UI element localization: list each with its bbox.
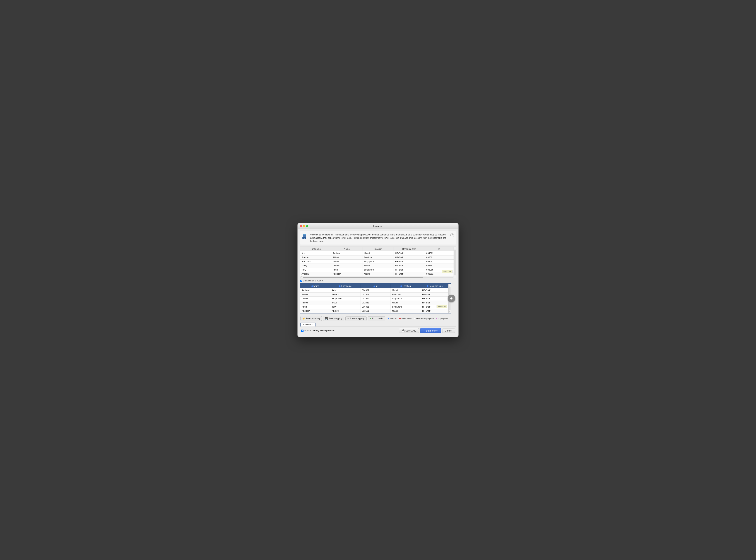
data-contains-header-label[interactable]: Data contains header [300, 279, 323, 282]
lower-table-cell: 004322 [361, 288, 390, 293]
save-mapping-icon: 💾 [325, 317, 328, 320]
scroll-down-arrow[interactable]: ▼ [454, 276, 456, 278]
upper-table-cell: 002661 [425, 256, 456, 260]
update-existing-checkbox[interactable] [301, 329, 304, 332]
update-existing-label[interactable]: Update already existing objects: [301, 329, 335, 332]
lower-col-location: Location [390, 284, 421, 288]
reset-mapping-button[interactable]: ↺ Reset mapping [345, 316, 367, 321]
lower-table-cell: Stefano [330, 293, 361, 297]
legend-fixed-icon [399, 318, 401, 319]
tab-row: MintReport [300, 322, 456, 326]
upper-table-cell: Andrew [300, 272, 331, 276]
lower-table-row: Abbott:Trudy002663MiamiHR-Staff [300, 301, 451, 305]
upper-table-row: AndrewAbdullahMiamiHR-Staff003581 [300, 272, 456, 276]
lower-table-cell: Miami [390, 301, 421, 305]
toolbar: 📂 Load mapping 💾 Save mapping ↺ Reset ma… [300, 315, 456, 322]
help-button[interactable]: ? [450, 234, 454, 237]
upper-table-cell: 002663 [425, 264, 456, 268]
data-contains-header-checkbox[interactable] [300, 280, 302, 282]
lower-table-cell: 003581 [361, 309, 390, 313]
tab-mintreport[interactable]: MintReport [301, 323, 316, 326]
lower-scroll-down[interactable]: ▼ [449, 311, 451, 313]
legend-id-icon [436, 318, 437, 319]
upper-table-cell: 004322 [425, 252, 456, 256]
upper-table-row: TrudyAbbott:MiamiHR-Staff002663 [300, 264, 456, 268]
upper-table-cell: Aasland [331, 252, 363, 256]
upper-hscroll[interactable]: ❮ ❯ [300, 276, 456, 278]
legend-ref-icon [414, 318, 415, 319]
bottom-bar-right: 💾 Save XML ⬆ Start Import Cancel [399, 328, 455, 333]
scroll-track[interactable] [454, 249, 456, 276]
lower-scroll-up[interactable]: ▲ [449, 284, 451, 286]
cancel-button[interactable]: Cancel [442, 328, 455, 333]
legend-references: References property [414, 317, 434, 320]
save-xml-button[interactable]: 💾 Save XML [399, 328, 419, 333]
importer-window: Importer ▲ Welcome to the Importer. The … [297, 223, 459, 337]
upper-table-cell: Abdullah [331, 272, 363, 276]
start-import-button[interactable]: ⬆ Start Import [420, 328, 441, 333]
lower-table-row: AbdulTony006085SingaporeHR-Staff [300, 305, 451, 309]
svg-rect-1 [303, 234, 306, 235]
scroll-up-arrow[interactable]: ▲ [454, 247, 456, 249]
col-mapped-icon-resource [427, 285, 428, 287]
col-mapped-icon-id [373, 285, 375, 287]
add-column-button[interactable]: + [448, 295, 455, 302]
upper-table-cell: Trudy [300, 264, 331, 268]
lower-table-cell: Miami [390, 309, 421, 313]
load-mapping-button[interactable]: 📂 Load mapping [301, 316, 322, 321]
upper-table-body: Arts:AaslandMiamiHR-Staff004322StefanoAb… [300, 252, 456, 276]
lower-table-cell: Abbott: [300, 293, 330, 297]
lower-table-cell: Abdullah [300, 309, 330, 313]
lower-col-resource-type: Resource type [421, 284, 451, 288]
upper-table-cell: Abbott: [331, 260, 363, 264]
load-mapping-icon: 📂 [303, 317, 306, 320]
upper-table-row: StephanieAbbott:SingaporeHR-Staff002662 [300, 260, 456, 264]
upper-col-name: Name [331, 247, 363, 252]
upper-table-cell: Tony [300, 268, 331, 272]
reset-mapping-icon: ↺ [347, 317, 349, 320]
upper-table-row: StefanoAbbott:Frankfurt:HR-Staff002661 [300, 256, 456, 260]
info-bar: ▲ Welcome to the Importer. The upper tab… [300, 231, 456, 245]
lower-table-cell: 002663 [361, 301, 390, 305]
legend-mapped-icon [388, 318, 389, 319]
upper-table-row: Arts:AaslandMiamiHR-Staff004322 [300, 252, 456, 256]
save-xml-label: Save XML [405, 329, 416, 332]
maximize-button[interactable] [306, 225, 308, 227]
header-checkbox-row: Data contains header [300, 279, 456, 282]
upper-table-cell: Abbott: [331, 264, 363, 268]
save-xml-icon: 💾 [402, 329, 405, 332]
upper-table-vscroll[interactable]: ▲ ▼ [453, 247, 456, 278]
lower-table-row: Abbott:Stephanie002662SingaporeHR-Staff [300, 297, 451, 301]
upper-table-container: ▲ ▼ First name Name Location Resource ty… [300, 246, 456, 278]
lower-table-outer: ▲ ▼ Name First name [300, 283, 451, 314]
update-existing-text: Update already existing objects: [305, 329, 335, 332]
minimize-button[interactable] [303, 225, 305, 227]
upper-table-cell: Singapore [363, 268, 393, 272]
traffic-lights [300, 225, 308, 227]
start-import-icon: ⬆ [423, 329, 425, 332]
run-checks-button[interactable]: ✓ Run checks [368, 316, 386, 321]
save-mapping-button[interactable]: 💾 Save mapping [323, 316, 344, 321]
lower-table-cell: Arts: [330, 288, 361, 293]
lower-table-cell: 002661 [361, 293, 390, 297]
lower-table-cell: Abdul [300, 305, 330, 309]
lower-table-cell: Stephanie [330, 297, 361, 301]
window-title: Importer [373, 225, 383, 227]
col-mapped-icon-name [311, 285, 313, 287]
legend: Mapped Fixed value References property I… [388, 317, 455, 320]
upper-col-resource-type: Resource type [393, 247, 425, 252]
upper-table-cell: HR-Staff [393, 252, 425, 256]
close-button[interactable] [300, 225, 302, 227]
lower-col-id: Id [361, 284, 390, 288]
col-mapped-icon-firstname [339, 285, 341, 287]
upper-table-cell: Miami [363, 272, 393, 276]
hscroll-track[interactable] [303, 277, 453, 278]
upper-table-cell: HR-Staff [393, 264, 425, 268]
upper-col-id: Id [425, 247, 456, 252]
lower-table-row: AaslandArts:004322MiamiHR-Staff [300, 288, 451, 293]
upper-col-location: Location [363, 247, 393, 252]
upper-table-cell: HR-Staff [393, 256, 425, 260]
upper-table-header-row: First name Name Location Resource type I… [300, 247, 456, 252]
lower-table-cell: Tony [330, 305, 361, 309]
run-checks-icon: ✓ [370, 317, 371, 320]
